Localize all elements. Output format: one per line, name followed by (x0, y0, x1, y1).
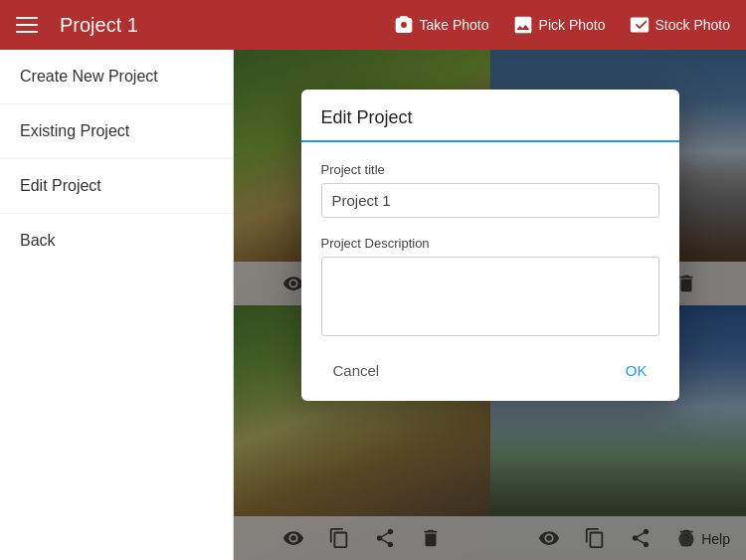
sidebar-item-create-new-project[interactable]: Create New Project (0, 50, 233, 104)
ok-button[interactable]: OK (614, 356, 659, 385)
take-photo-label: Take Photo (420, 17, 489, 33)
project-description-input[interactable] (321, 257, 659, 336)
cancel-button[interactable]: Cancel (321, 356, 392, 385)
main-layout: Create New Project Existing Project Edit… (0, 50, 746, 560)
header-actions: Take Photo Pick Photo Stock Photo (394, 15, 731, 35)
modal-container: Edit Project Project title Project Descr… (234, 50, 746, 560)
sidebar: Create New Project Existing Project Edit… (0, 50, 234, 560)
stock-photo-label: Stock Photo (655, 17, 731, 33)
app-title: Project 1 (60, 14, 378, 37)
app-header: Project 1 Take Photo Pick Photo Stock Ph… (0, 0, 746, 50)
project-title-input[interactable] (321, 183, 659, 218)
sidebar-item-edit-project[interactable]: Edit Project (0, 159, 233, 214)
photo-grid: Edit Project Project title Project Descr… (234, 50, 746, 560)
edit-project-modal: Edit Project Project title Project Descr… (301, 90, 679, 401)
stock-photo-button[interactable]: Stock Photo (630, 15, 731, 35)
sidebar-item-existing-project[interactable]: Existing Project (0, 104, 233, 159)
modal-body: Project title Project Description (301, 142, 679, 340)
pick-photo-label: Pick Photo (539, 17, 606, 33)
modal-header: Edit Project (301, 90, 679, 142)
modal-title: Edit Project (321, 107, 413, 127)
project-title-label: Project title (321, 162, 659, 177)
sidebar-item-back[interactable]: Back (0, 214, 233, 268)
project-description-label: Project Description (321, 236, 659, 251)
pick-photo-button[interactable]: Pick Photo (513, 15, 606, 35)
menu-icon[interactable] (16, 11, 44, 39)
take-photo-button[interactable]: Take Photo (394, 15, 489, 35)
modal-footer: Cancel OK (301, 340, 679, 401)
